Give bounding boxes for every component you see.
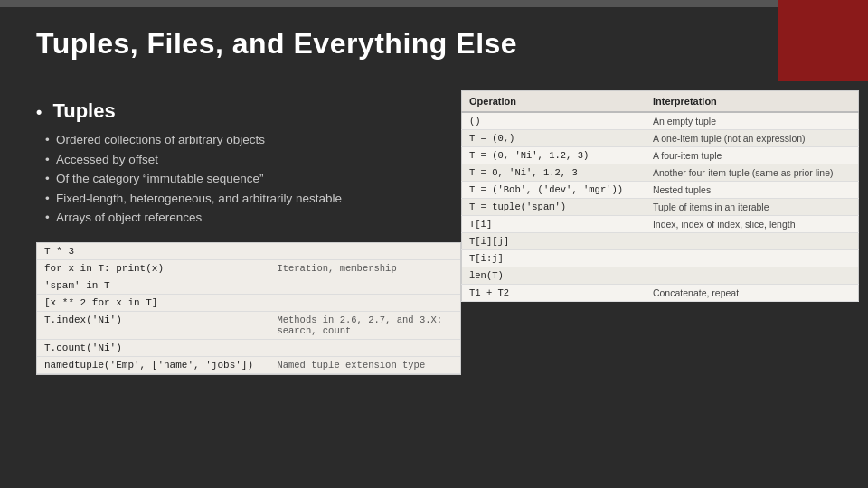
bullet-list: Ordered collections of arbitrary objects… bbox=[36, 130, 434, 228]
code-cell: namedtuple('Emp', ['name', 'jobs']) bbox=[37, 356, 269, 373]
code-table: T * 3for x in T: print(x)Iteration, memb… bbox=[36, 242, 461, 375]
code-cell: [x ** 2 for x in T] bbox=[37, 294, 269, 311]
desc-cell bbox=[269, 339, 460, 356]
op-cell: T[i] bbox=[462, 216, 646, 233]
table-row: T[i:j] bbox=[462, 250, 859, 267]
table-row: ()An empty tuple bbox=[462, 112, 859, 130]
interp-cell: Nested tuples bbox=[646, 182, 859, 199]
slide: Tuples, Files, and Everything Else • Tup… bbox=[0, 0, 868, 488]
table-row: 'spam' in T bbox=[37, 277, 460, 294]
op-cell: T = (0, 'Ni', 1.2, 3) bbox=[462, 147, 646, 164]
table-row: T.index('Ni')Methods in 2.6, 2.7, and 3.… bbox=[37, 311, 460, 339]
top-accent bbox=[0, 0, 868, 7]
code-cell: T.index('Ni') bbox=[37, 311, 269, 339]
slide-title: Tuples, Files, and Everything Else bbox=[36, 27, 760, 61]
list-item: Accessed by offset bbox=[45, 150, 434, 170]
table-row: T = tuple('spam')Tuple of items in an it… bbox=[462, 199, 859, 216]
table-row: namedtuple('Emp', ['name', 'jobs'])Named… bbox=[37, 356, 460, 373]
table-row: T[i]Index, index of index, slice, length bbox=[462, 216, 859, 233]
table-row: for x in T: print(x)Iteration, membershi… bbox=[37, 259, 460, 277]
interp-cell bbox=[646, 267, 859, 285]
ops-header-interpretation: Interpretation bbox=[646, 91, 859, 113]
list-item: Ordered collections of arbitrary objects bbox=[45, 130, 434, 150]
op-cell: T[i][j] bbox=[462, 233, 646, 250]
table-row: T1 + T2Concatenate, repeat bbox=[462, 285, 859, 302]
code-cell: T * 3 bbox=[37, 243, 269, 260]
content-area: • Tuples Ordered collections of arbitrar… bbox=[0, 90, 868, 470]
desc-cell: Iteration, membership bbox=[269, 259, 460, 277]
interp-cell bbox=[646, 250, 859, 267]
interp-cell: Concatenate, repeat bbox=[646, 285, 859, 302]
desc-cell bbox=[269, 243, 460, 260]
desc-cell bbox=[269, 294, 460, 311]
op-cell: T = tuple('spam') bbox=[462, 199, 646, 216]
desc-cell bbox=[269, 277, 460, 294]
ops-header-operation: Operation bbox=[462, 91, 646, 113]
op-cell: () bbox=[462, 112, 646, 130]
op-cell: T[i:j] bbox=[462, 250, 646, 267]
op-cell: T1 + T2 bbox=[462, 285, 646, 302]
list-item: Arrays of object references bbox=[45, 208, 434, 228]
table-row: len(T) bbox=[462, 267, 859, 285]
code-cell: T.count('Ni') bbox=[37, 339, 269, 356]
section-title: • Tuples bbox=[36, 99, 434, 123]
op-cell: len(T) bbox=[462, 267, 646, 285]
table-row: T = (0,)A one-item tuple (not an express… bbox=[462, 130, 859, 147]
ops-table: Operation Interpretation ()An empty tupl… bbox=[461, 90, 859, 302]
table-row: T * 3 bbox=[37, 243, 460, 260]
interp-cell: Index, index of index, slice, length bbox=[646, 216, 859, 233]
list-item: Of the category “immutable sequence” bbox=[45, 169, 434, 189]
table-row: T = (0, 'Ni', 1.2, 3)A four-item tuple bbox=[462, 147, 859, 164]
interp-cell: An empty tuple bbox=[646, 112, 859, 130]
table-row: [x ** 2 for x in T] bbox=[37, 294, 460, 311]
red-square-decoration bbox=[778, 0, 868, 81]
table-row: T = ('Bob', ('dev', 'mgr'))Nested tuples bbox=[462, 182, 859, 199]
op-cell: T = 0, 'Ni', 1.2, 3 bbox=[462, 164, 646, 182]
op-cell: T = ('Bob', ('dev', 'mgr')) bbox=[462, 182, 646, 199]
table-row: T[i][j] bbox=[462, 233, 859, 250]
list-item: Fixed-length, heterogeneous, and arbitra… bbox=[45, 189, 434, 209]
interp-cell: Another four-item tuple (same as prior l… bbox=[646, 164, 859, 182]
code-cell: for x in T: print(x) bbox=[37, 259, 269, 277]
interp-cell: Tuple of items in an iterable bbox=[646, 199, 859, 216]
right-panel: Operation Interpretation ()An empty tupl… bbox=[452, 90, 868, 470]
interp-cell bbox=[646, 233, 859, 250]
interp-cell: A one-item tuple (not an expression) bbox=[646, 130, 859, 147]
title-area: Tuples, Files, and Everything Else bbox=[36, 27, 760, 61]
left-panel: • Tuples Ordered collections of arbitrar… bbox=[0, 90, 452, 470]
code-cell: 'spam' in T bbox=[37, 277, 269, 294]
op-cell: T = (0,) bbox=[462, 130, 646, 147]
table-row: T.count('Ni') bbox=[37, 339, 460, 356]
desc-cell: Named tuple extension type bbox=[269, 356, 460, 373]
table-row: T = 0, 'Ni', 1.2, 3Another four-item tup… bbox=[462, 164, 859, 182]
interp-cell: A four-item tuple bbox=[646, 147, 859, 164]
desc-cell: Methods in 2.6, 2.7, and 3.X: search, co… bbox=[269, 311, 460, 339]
